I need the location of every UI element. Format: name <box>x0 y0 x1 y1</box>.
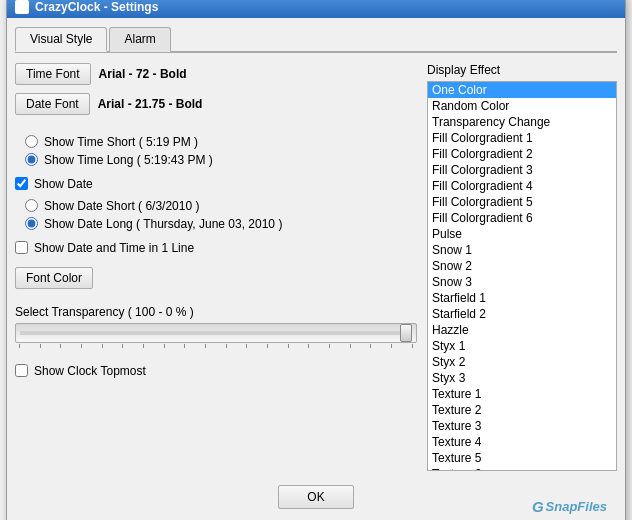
font-color-button[interactable]: Font Color <box>15 267 93 289</box>
display-effect-item[interactable]: Fill Colorgradient 6 <box>428 210 616 226</box>
watermark-g-icon: G <box>532 498 544 515</box>
display-effect-label: Display Effect <box>427 63 617 77</box>
tick <box>19 344 20 348</box>
tick <box>329 344 330 348</box>
tick <box>81 344 82 348</box>
display-effect-item[interactable]: Fill Colorgradient 5 <box>428 194 616 210</box>
show-date-checkbox[interactable] <box>15 177 28 190</box>
show-clock-topmost-checkbox[interactable] <box>15 364 28 377</box>
tick <box>308 344 309 348</box>
font-color-row: Font Color <box>15 267 417 289</box>
time-font-value: Arial - 72 - Bold <box>99 67 187 81</box>
left-panel: Time Font Arial - 72 - Bold Date Font Ar… <box>15 63 417 471</box>
tick-marks <box>15 344 417 348</box>
tick <box>391 344 392 348</box>
display-effect-item[interactable]: Snow 1 <box>428 242 616 258</box>
date-font-row: Date Font Arial - 21.75 - Bold <box>15 93 417 115</box>
display-effect-item[interactable]: Texture 6 <box>428 466 616 471</box>
show-time-short-label: Show Time Short ( 5:19 PM ) <box>44 135 198 149</box>
tick <box>288 344 289 348</box>
display-effect-item[interactable]: Styx 1 <box>428 338 616 354</box>
tick <box>350 344 351 348</box>
display-effect-item[interactable]: Texture 5 <box>428 450 616 466</box>
tick <box>267 344 268 348</box>
tick <box>370 344 371 348</box>
main-window: CrazyClock - Settings Visual Style Alarm… <box>6 0 626 520</box>
show-date-long-label: Show Date Long ( Thursday, June 03, 2010… <box>44 217 282 231</box>
tick <box>143 344 144 348</box>
display-effect-item[interactable]: Hazzle <box>428 322 616 338</box>
show-date-short-row: Show Date Short ( 6/3/2010 ) <box>25 199 417 213</box>
display-effect-item[interactable]: Texture 4 <box>428 434 616 450</box>
tick <box>40 344 41 348</box>
display-effect-item[interactable]: Fill Colorgradient 4 <box>428 178 616 194</box>
display-effect-item[interactable]: Styx 2 <box>428 354 616 370</box>
transparency-label: Select Transparency ( 100 - 0 % ) <box>15 305 417 319</box>
show-time-long-label: Show Time Long ( 5:19:43 PM ) <box>44 153 213 167</box>
show-date-time-1line-checkbox[interactable] <box>15 241 28 254</box>
display-effect-item[interactable]: Texture 1 <box>428 386 616 402</box>
tick <box>184 344 185 348</box>
tab-bar: Visual Style Alarm <box>15 26 617 53</box>
display-effect-item[interactable]: Fill Colorgradient 2 <box>428 146 616 162</box>
display-effect-item[interactable]: Starfield 1 <box>428 290 616 306</box>
show-clock-topmost-label: Show Clock Topmost <box>34 364 146 378</box>
display-effect-item[interactable]: Fill Colorgradient 3 <box>428 162 616 178</box>
show-date-long-row: Show Date Long ( Thursday, June 03, 2010… <box>25 217 417 231</box>
tick <box>412 344 413 348</box>
watermark-text: SnapFiles <box>546 499 607 514</box>
display-effect-item[interactable]: Texture 2 <box>428 402 616 418</box>
watermark: G SnapFiles <box>532 498 607 515</box>
display-effect-listbox[interactable]: One ColorRandom ColorTransparency Change… <box>427 81 617 471</box>
show-time-long-radio[interactable] <box>25 153 38 166</box>
tab-visual-style[interactable]: Visual Style <box>15 27 107 52</box>
date-font-value: Arial - 21.75 - Bold <box>98 97 203 111</box>
display-effect-item[interactable]: Pulse <box>428 226 616 242</box>
window-icon <box>15 0 29 14</box>
tick <box>246 344 247 348</box>
show-date-label: Show Date <box>34 177 93 191</box>
display-effect-item[interactable]: Texture 3 <box>428 418 616 434</box>
show-date-group: Show Date Short ( 6/3/2010 ) Show Date L… <box>25 199 417 231</box>
tick <box>205 344 206 348</box>
tick <box>226 344 227 348</box>
window-title: CrazyClock - Settings <box>35 0 158 14</box>
show-date-checkbox-row: Show Date <box>15 177 417 191</box>
show-date-time-1line-label: Show Date and Time in 1 Line <box>34 241 194 255</box>
display-effect-item[interactable]: Fill Colorgradient 1 <box>428 130 616 146</box>
ok-button[interactable]: OK <box>278 485 353 509</box>
show-time-short-row: Show Time Short ( 5:19 PM ) <box>25 135 417 149</box>
date-font-button[interactable]: Date Font <box>15 93 90 115</box>
show-time-group: Show Time Short ( 5:19 PM ) Show Time Lo… <box>25 135 417 167</box>
display-effect-item[interactable]: Styx 3 <box>428 370 616 386</box>
display-effect-item[interactable]: Snow 3 <box>428 274 616 290</box>
right-panel: Display Effect One ColorRandom ColorTran… <box>427 63 617 471</box>
show-date-long-radio[interactable] <box>25 217 38 230</box>
transparency-container: Select Transparency ( 100 - 0 % ) <box>15 305 417 348</box>
show-date-time-1line-row: Show Date and Time in 1 Line <box>15 241 417 255</box>
tab-alarm[interactable]: Alarm <box>109 27 170 52</box>
show-date-short-radio[interactable] <box>25 199 38 212</box>
footer: OK G SnapFiles <box>15 475 617 517</box>
show-date-short-label: Show Date Short ( 6/3/2010 ) <box>44 199 199 213</box>
time-font-row: Time Font Arial - 72 - Bold <box>15 63 417 85</box>
display-effect-item[interactable]: Random Color <box>428 98 616 114</box>
title-bar: CrazyClock - Settings <box>7 0 625 18</box>
show-time-long-row: Show Time Long ( 5:19:43 PM ) <box>25 153 417 167</box>
tick <box>102 344 103 348</box>
time-font-button[interactable]: Time Font <box>15 63 91 85</box>
transparency-slider-track <box>15 323 417 343</box>
display-effect-item[interactable]: Transparency Change <box>428 114 616 130</box>
display-effect-item[interactable]: One Color <box>428 82 616 98</box>
tick <box>164 344 165 348</box>
show-clock-topmost-row: Show Clock Topmost <box>15 364 417 378</box>
display-effect-item[interactable]: Snow 2 <box>428 258 616 274</box>
tick <box>60 344 61 348</box>
tick <box>122 344 123 348</box>
display-effect-item[interactable]: Starfield 2 <box>428 306 616 322</box>
show-time-short-radio[interactable] <box>25 135 38 148</box>
